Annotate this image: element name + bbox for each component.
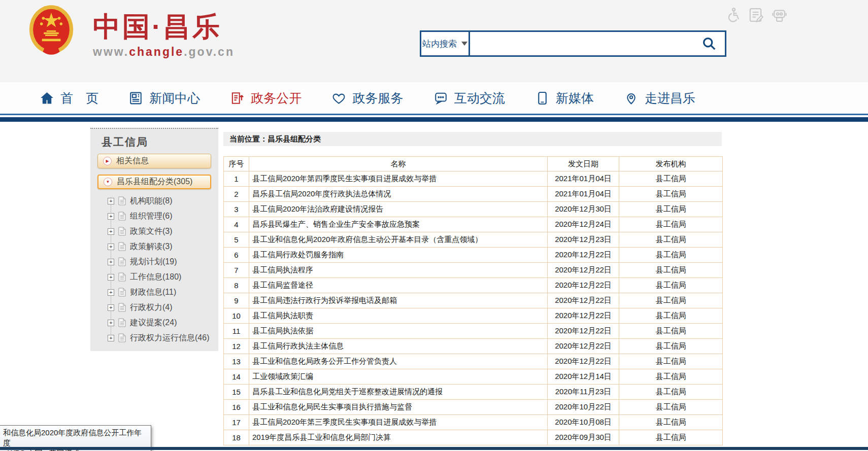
tooltip-line1: 和信息化局2020年度政府信息公开工作年度 (3, 428, 147, 448)
document-icon (118, 303, 126, 312)
row-date: 2021年01月04日 (548, 171, 619, 187)
row-number: 14 (224, 369, 249, 385)
row-org: 县工信局 (619, 308, 723, 324)
row-title-link[interactable]: 县工业和信息化局政务公开工作分管负责人 (249, 354, 548, 369)
row-title-link[interactable]: 工业领域政策汇编 (249, 369, 548, 385)
row-title-link[interactable]: 县工信局行政执法主体信息 (249, 339, 548, 354)
nav-label: 新媒体 (556, 90, 594, 107)
row-number: 11 (224, 324, 249, 339)
row-title-link[interactable]: 县工信局2020年第四季度民生实事项目进展成效与举措 (249, 171, 548, 187)
row-title-link[interactable]: 县工业和信息化局2020年政府信息主动公开基本目录（含重点领域） (249, 232, 548, 248)
document-icon (118, 288, 126, 297)
row-org: 县工信局 (619, 339, 723, 354)
sidebar-tree-item[interactable]: + 规划计划(19) (108, 254, 218, 269)
nav-item-interaction[interactable]: 互动交流 (433, 90, 505, 107)
row-org: 县工信局 (619, 171, 723, 187)
search-button[interactable] (693, 32, 725, 55)
row-number: 17 (224, 415, 249, 430)
table-row: 5 县工业和信息化局2020年政府信息主动公开基本目录（含重点领域） 2020年… (224, 232, 723, 248)
tree-label: 财政信息(11) (130, 287, 176, 298)
search-input[interactable] (470, 32, 693, 55)
row-title-link[interactable]: 昌乐县工业和信息化局党组关于巡察整改进展情况的通报 (249, 385, 548, 400)
row-number: 2 (224, 187, 249, 202)
row-title-link[interactable]: 昌乐县工信局2020年度行政执法总体情况 (249, 187, 548, 202)
url-domain: changle (129, 45, 184, 58)
document-icon (118, 196, 126, 205)
row-title-link[interactable]: 县工信局2020年法治政府建设情况报告 (249, 202, 548, 217)
sidebar-tree-item[interactable]: + 财政信息(11) (108, 285, 218, 300)
row-number: 10 (224, 308, 249, 324)
document-icon (118, 242, 126, 251)
row-date: 2020年12月24日 (548, 217, 619, 232)
row-date: 2020年12月22日 (548, 339, 619, 354)
robot-icon[interactable] (771, 7, 788, 25)
tree-label: 行政权力运行信息(46) (130, 333, 209, 343)
document-table: 序号 名称 发文日期 发布机构 1 县工信局2020年第四季度民生实事项目进展成… (223, 156, 723, 445)
nav-item-visit-changle[interactable]: 走进昌乐 (624, 90, 695, 107)
row-number: 7 (224, 263, 249, 278)
row-title-link[interactable]: 县工业和信息化局民生实事项目执行措施与监督 (249, 400, 548, 415)
row-date: 2020年12月22日 (548, 308, 619, 324)
search-icon (702, 36, 717, 51)
nav-item-gov-open[interactable]: 政务公开 (230, 90, 302, 107)
expand-plus-icon[interactable]: + (108, 320, 114, 326)
table-row: 17 县工信局2020年第三季度民生实事项目进展成效与举措 2020年10月08… (224, 415, 723, 430)
row-title-link[interactable]: 县工信局执法依据 (249, 324, 548, 339)
expand-plus-icon[interactable]: + (108, 244, 114, 250)
sidebar-tree-item[interactable]: + 行政权力(4) (108, 300, 218, 315)
row-date: 2020年12月23日 (548, 232, 619, 248)
sidebar-button-category[interactable]: ▼ 昌乐县组配分类(305) (97, 175, 211, 189)
site-logo[interactable]: 中国·昌乐 www.changle.gov.cn (28, 4, 235, 59)
row-title-link[interactable]: 县工信局监督途径 (249, 278, 548, 293)
nav-item-news[interactable]: 新闻中心 (128, 90, 200, 107)
nav-label: 政务公开 (251, 90, 302, 107)
sidebar: 县工信局 ▶ 相关信息 ▼ 昌乐县组配分类(305) + (90, 128, 218, 351)
nav-item-home[interactable]: 首 页 (40, 90, 98, 107)
sidebar-tree-item[interactable]: + 政策文件(3) (108, 224, 218, 239)
breadcrumb: 当前位置：昌乐县组配分类 (223, 132, 722, 146)
expand-plus-icon[interactable]: + (108, 289, 114, 296)
row-title-link[interactable]: 2019年度昌乐县工业和信息化局部门决算 (249, 430, 548, 445)
row-number: 6 (224, 248, 249, 263)
form-edit-icon[interactable] (748, 7, 764, 25)
search-scope-dropdown[interactable]: 站内搜索 (421, 32, 470, 55)
expand-plus-icon[interactable]: + (108, 259, 114, 265)
table-header-row: 序号 名称 发文日期 发布机构 (224, 157, 723, 171)
table-row: 10 县工信局执法职责 2020年12月22日 县工信局 (224, 308, 723, 324)
expand-plus-icon[interactable]: + (108, 304, 114, 311)
site-title-block: 中国·昌乐 www.changle.gov.cn (93, 12, 235, 59)
nav-item-new-media[interactable]: 新媒体 (535, 90, 594, 107)
row-title-link[interactable]: 县工信局2020年第三季度民生实事项目进展成效与举措 (249, 415, 548, 430)
taskbar-top-edge (0, 447, 868, 450)
sidebar-tree-item[interactable]: + 工作信息(180) (108, 269, 218, 285)
row-title-link[interactable]: 县工信局行政处罚服务指南 (249, 248, 548, 263)
expand-plus-icon[interactable]: + (108, 335, 114, 341)
header-tools (724, 7, 788, 25)
home-icon (40, 91, 54, 106)
sidebar-tree-item[interactable]: + 行政权力运行信息(46) (108, 330, 218, 345)
expand-plus-icon[interactable]: + (108, 198, 114, 204)
sidebar-tree-item[interactable]: + 政策解读(3) (108, 239, 218, 254)
row-org: 县工信局 (619, 248, 723, 263)
row-title-link[interactable]: 昌乐县民爆生产、销售企业生产安全事故应急预案 (249, 217, 548, 232)
sidebar-tree-item[interactable]: + 建议提案(24) (108, 315, 218, 330)
row-title-link[interactable]: 县工信局执法程序 (249, 263, 548, 278)
tree-label: 组织管理(6) (130, 211, 173, 222)
row-date: 2020年09月30日 (548, 430, 619, 445)
nav-label: 走进昌乐 (645, 90, 695, 107)
nav-item-gov-service[interactable]: 政务服务 (331, 90, 403, 107)
sidebar-tree-item[interactable]: + 机构职能(8) (108, 193, 218, 209)
row-title-link[interactable]: 县工信局违法行政行为投诉举报电话及邮箱 (249, 293, 548, 308)
document-icon (118, 272, 126, 282)
row-date: 2020年12月22日 (548, 263, 619, 278)
chevron-down-icon (461, 42, 468, 46)
sidebar-tree-item[interactable]: + 组织管理(6) (108, 209, 218, 224)
expand-plus-icon[interactable]: + (108, 274, 114, 281)
expand-plus-icon[interactable]: + (108, 213, 114, 220)
sidebar-button-label: 相关信息 (116, 156, 149, 166)
row-title-link[interactable]: 县工信局执法职责 (249, 308, 548, 324)
sidebar-button-related-info[interactable]: ▶ 相关信息 (97, 154, 211, 168)
accessibility-icon[interactable] (724, 7, 741, 25)
expand-plus-icon[interactable]: + (108, 228, 114, 235)
nav-label: 新闻中心 (149, 90, 200, 107)
